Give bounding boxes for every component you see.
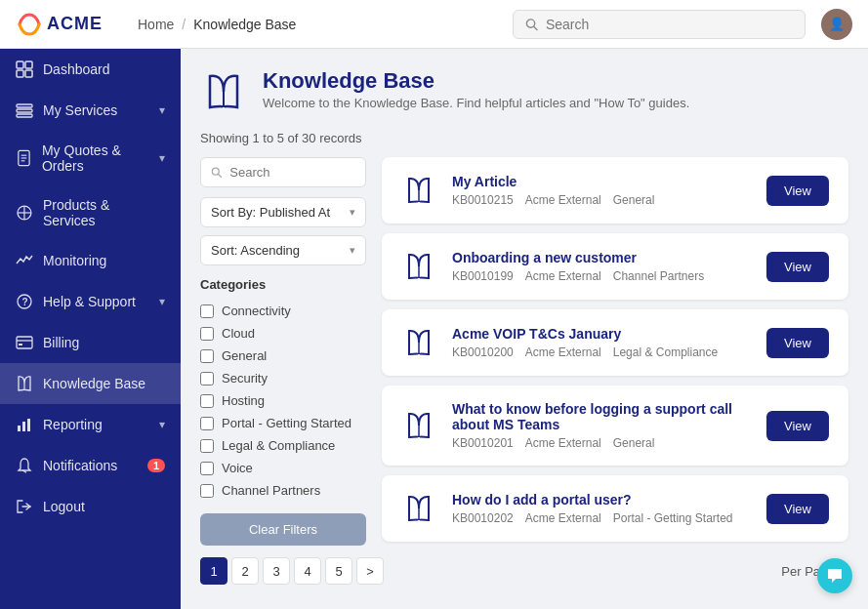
article-title: My Article (452, 174, 751, 189)
page-button-1[interactable]: 1 (200, 557, 227, 585)
filter-search-box[interactable] (200, 157, 366, 187)
article-source: Acme External (525, 436, 601, 450)
sort-by-dropdown[interactable]: Sort By: Published At ▾ (200, 197, 366, 227)
sidebar-item-help-support[interactable]: ? Help & Support ▾ (0, 281, 181, 322)
svg-rect-6 (17, 104, 32, 107)
svg-rect-7 (17, 109, 32, 112)
header: ACME Home / Knowledge Base 👤 (0, 0, 868, 49)
category-item[interactable]: Legal & Compliance (200, 434, 366, 457)
articles-list: My Article KB0010215 Acme External Gener… (382, 157, 848, 546)
article-source: Acme External (525, 193, 601, 207)
category-label: Hosting (222, 393, 265, 408)
category-item[interactable]: Channel Partners (200, 479, 366, 502)
breadcrumb-home[interactable]: Home (138, 17, 174, 32)
header-search-input[interactable] (546, 17, 793, 32)
clear-filters-button[interactable]: Clear Filters (200, 513, 366, 546)
category-item[interactable]: Hosting (200, 389, 366, 412)
chat-bubble[interactable] (817, 558, 852, 593)
logout-icon (16, 498, 33, 515)
chevron-down-icon-2: ▾ (159, 151, 165, 165)
category-checkbox[interactable] (200, 462, 214, 475)
logo: ACME (16, 11, 103, 38)
sidebar-item-knowledge-base[interactable]: Knowledge Base (0, 363, 181, 404)
article-book-icon (401, 325, 436, 360)
quotes-icon (16, 149, 32, 167)
category-item[interactable]: Cloud (200, 322, 366, 345)
category-label: Voice (222, 461, 253, 475)
logo-text: ACME (47, 14, 103, 34)
search-icon (525, 18, 538, 31)
article-title: Acme VOIP T&Cs January (452, 326, 751, 342)
category-checkbox[interactable] (200, 394, 214, 408)
category-label: Channel Partners (222, 483, 320, 498)
article-meta: KB0010200 Acme External Legal & Complian… (452, 345, 751, 359)
sidebar-item-help-label: Help & Support (43, 294, 136, 309)
sidebar-item-notifications[interactable]: Notifications 1 (0, 445, 181, 486)
sidebar-item-logout[interactable]: Logout (0, 486, 181, 527)
view-article-button[interactable]: View (766, 252, 829, 282)
sidebar-item-billing[interactable]: Billing (0, 322, 181, 363)
sidebar-item-my-quotes-orders[interactable]: My Quotes & Orders ▾ (0, 131, 181, 185)
category-checkbox[interactable] (200, 417, 214, 430)
chevron-down-icon-4: ▾ (159, 418, 165, 431)
view-article-button[interactable]: View (766, 328, 829, 358)
category-item[interactable]: Voice (200, 457, 366, 479)
filter-search-icon (211, 166, 222, 179)
view-article-button[interactable]: View (766, 176, 829, 206)
category-item[interactable]: Connectivity (200, 300, 366, 322)
article-info: Acme VOIP T&Cs January KB0010200 Acme Ex… (452, 326, 751, 359)
billing-icon (16, 334, 33, 351)
filter-panel: Sort By: Published At ▾ Sort: Ascending … (200, 157, 366, 546)
sidebar-item-monitoring[interactable]: Monitoring (0, 240, 181, 281)
article-card: What to know before logging a support ca… (382, 386, 848, 466)
page-button-5[interactable]: 5 (325, 557, 352, 585)
sidebar-item-products-services[interactable]: Products & Services (0, 185, 181, 240)
article-info: What to know before logging a support ca… (452, 401, 751, 450)
category-checkbox[interactable] (200, 372, 214, 386)
sort-order-label: Sort: Ascending (211, 243, 300, 258)
view-article-button[interactable]: View (766, 411, 829, 441)
article-source: Acme External (525, 511, 601, 525)
article-info: How do I add a portal user? KB0010202 Ac… (452, 492, 751, 525)
category-checkbox[interactable] (200, 439, 214, 453)
svg-rect-4 (17, 70, 23, 77)
category-checkbox[interactable] (200, 304, 214, 318)
article-category: General (613, 193, 655, 207)
svg-text:?: ? (22, 297, 28, 307)
article-source: Acme External (525, 345, 601, 359)
page-button-3[interactable]: 3 (263, 557, 290, 585)
page-button-2[interactable]: 2 (231, 557, 259, 585)
article-meta: KB0010201 Acme External General (452, 436, 751, 450)
article-kb-id: KB0010202 (452, 511, 514, 525)
svg-line-1 (534, 26, 537, 29)
sidebar-item-reporting-label: Reporting (43, 417, 103, 432)
view-article-button[interactable]: View (766, 494, 829, 524)
svg-rect-18 (17, 337, 32, 348)
sidebar-item-dashboard[interactable]: Dashboard (0, 49, 181, 90)
article-kb-id: KB0010201 (452, 436, 514, 450)
svg-rect-8 (17, 114, 32, 117)
filter-search-input[interactable] (229, 165, 355, 180)
category-item[interactable]: Security (200, 367, 366, 389)
main-content: Knowledge Base Welcome to the Knowledge … (181, 49, 868, 609)
category-checkbox[interactable] (200, 484, 214, 498)
page-header: Knowledge Base Welcome to the Knowledge … (200, 68, 848, 115)
page-button-4[interactable]: 4 (294, 557, 321, 585)
article-card: My Article KB0010215 Acme External Gener… (382, 157, 848, 223)
page-next-button[interactable]: > (356, 557, 384, 585)
sidebar-item-reporting[interactable]: Reporting ▾ (0, 404, 181, 445)
category-label: Connectivity (222, 304, 291, 318)
svg-rect-22 (18, 426, 21, 431)
category-checkbox[interactable] (200, 349, 214, 363)
sidebar-item-dashboard-label: Dashboard (43, 61, 110, 77)
sort-order-dropdown[interactable]: Sort: Ascending ▾ (200, 235, 366, 265)
sidebar-item-logout-label: Logout (43, 499, 85, 514)
categories-list: ConnectivityCloudGeneralSecurityHostingP… (200, 300, 366, 502)
pagination: 12345> (200, 557, 384, 585)
category-item[interactable]: Portal - Getting Started (200, 412, 366, 434)
category-item[interactable]: General (200, 345, 366, 367)
sidebar-item-billing-label: Billing (43, 335, 79, 350)
category-checkbox[interactable] (200, 327, 214, 341)
sidebar-item-my-services[interactable]: My Services ▾ (0, 90, 181, 131)
header-search-box[interactable] (513, 10, 806, 39)
